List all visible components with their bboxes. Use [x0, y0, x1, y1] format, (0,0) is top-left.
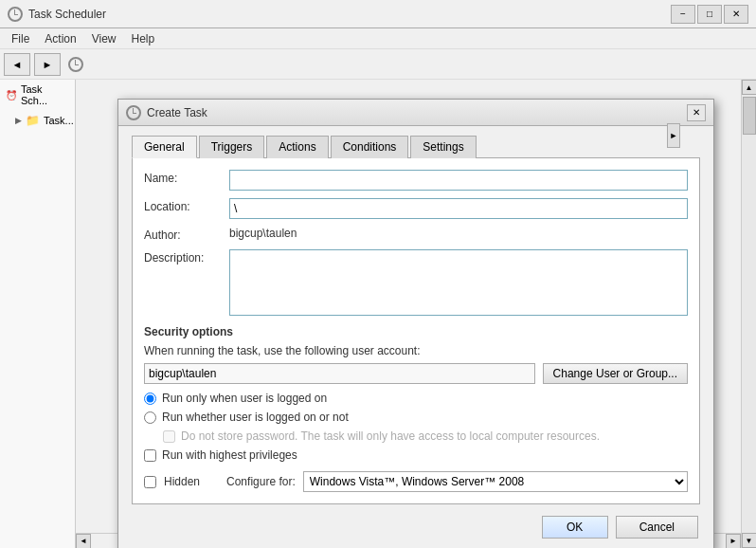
sidebar-item-label: Task Sch...	[21, 83, 69, 106]
ok-button[interactable]: OK	[542, 516, 608, 539]
cancel-button[interactable]: Cancel	[616, 516, 698, 539]
close-button[interactable]: ✕	[724, 5, 748, 24]
minimize-button[interactable]: −	[671, 5, 695, 24]
title-bar: Task Scheduler − □ ✕	[0, 0, 756, 28]
menu-file[interactable]: File	[4, 30, 37, 47]
change-user-button[interactable]: Change User or Group...	[543, 363, 688, 384]
hidden-checkbox[interactable]	[144, 476, 156, 488]
author-label: Author:	[144, 227, 229, 242]
highest-privileges-checkbox[interactable]	[144, 449, 156, 462]
forward-button[interactable]: ►	[34, 53, 61, 76]
sidebar: ⏰ Task Sch... ▶ 📁 Task... ►	[0, 80, 76, 548]
dialog-title-left: Create Task	[126, 105, 207, 120]
user-account-label: When running the task, use the following…	[144, 344, 688, 357]
title-bar-left: Task Scheduler	[8, 7, 106, 22]
highest-privileges-row: Run with highest privileges	[144, 448, 688, 462]
back-button[interactable]: ◄	[4, 53, 30, 76]
radio-logged-on-row: Run only when user is logged on	[144, 392, 688, 405]
no-store-checkbox	[163, 430, 175, 443]
tab-general[interactable]: General	[132, 136, 197, 158]
location-input[interactable]	[229, 198, 688, 219]
radio-whether-logged-label: Run whether user is logged on or not	[162, 411, 349, 424]
content-area: ▲ ▼ ◄ ► Create Task ✕	[76, 80, 756, 548]
app-icon	[8, 7, 23, 22]
dialog-buttons: OK Cancel	[132, 516, 700, 539]
tab-actions[interactable]: Actions	[266, 136, 328, 158]
dialog-close-button[interactable]: ✕	[687, 104, 706, 121]
tab-triggers[interactable]: Triggers	[199, 136, 265, 158]
toolbar: ◄ ►	[0, 49, 756, 80]
configure-label: Configure for:	[226, 475, 296, 488]
create-task-dialog: Create Task ✕ General Triggers Actions C…	[117, 99, 714, 548]
bottom-row: Hidden Configure for: Windows Vista™, Wi…	[144, 471, 688, 492]
author-value: bigcup\taulen	[229, 227, 688, 240]
title-bar-controls: − □ ✕	[671, 5, 748, 24]
location-label: Location:	[144, 198, 229, 213]
description-textarea[interactable]	[229, 249, 688, 316]
name-label: Name:	[144, 170, 229, 185]
dialog-icon	[126, 105, 141, 120]
user-account-input[interactable]	[144, 363, 535, 384]
toolbar-clock-icon	[68, 57, 83, 72]
user-account-row: Change User or Group...	[144, 363, 688, 384]
radio-whether-logged-row: Run whether user is logged on or not	[144, 411, 688, 424]
sidebar-item-taskscheduler[interactable]: ⏰ Task Sch...	[0, 80, 75, 110]
radio-logged-on-label: Run only when user is logged on	[162, 392, 327, 405]
no-store-row: Do not store password. The task will onl…	[163, 429, 688, 443]
menu-view[interactable]: View	[84, 30, 124, 47]
description-label: Description:	[144, 249, 229, 265]
author-row: Author: bigcup\taulen	[144, 227, 688, 242]
tab-bar: General Triggers Actions Conditions Sett…	[132, 136, 700, 158]
sidebar-item-icon: ⏰	[6, 90, 17, 100]
folder-icon: 📁	[26, 114, 40, 127]
configure-select[interactable]: Windows Vista™, Windows Server™ 2008 Win…	[303, 471, 688, 492]
sidebar-item-taskfolder[interactable]: ▶ 📁 Task...	[0, 110, 75, 131]
forward-icon: ►	[43, 59, 53, 70]
main-area: ⏰ Task Sch... ▶ 📁 Task... ► ▲ ▼ ◄ ►	[0, 80, 756, 548]
menu-help[interactable]: Help	[124, 30, 163, 47]
back-icon: ◄	[12, 59, 23, 70]
security-section-title: Security options	[144, 325, 688, 338]
dialog-title: Create Task	[147, 106, 207, 119]
radio-logged-on[interactable]	[144, 393, 156, 405]
description-row: Description:	[144, 249, 688, 316]
app-title: Task Scheduler	[28, 8, 106, 21]
tab-conditions[interactable]: Conditions	[331, 136, 409, 158]
dialog-overlay: Create Task ✕ General Triggers Actions C…	[76, 80, 756, 548]
maximize-button[interactable]: □	[697, 5, 722, 24]
radio-whether-logged[interactable]	[144, 411, 156, 424]
hidden-label: Hidden	[164, 475, 200, 488]
menu-action[interactable]: Action	[37, 30, 83, 47]
tab-content-general: Name: Location: Author: bigcup\taulen	[132, 158, 700, 504]
tree-expand-icon: ▶	[15, 116, 22, 125]
name-row: Name:	[144, 170, 688, 191]
dialog-body: General Triggers Actions Conditions Sett…	[118, 126, 713, 548]
dialog-title-bar: Create Task ✕	[118, 100, 713, 126]
location-row: Location:	[144, 198, 688, 219]
menu-bar: File Action View Help	[0, 28, 756, 49]
no-store-label: Do not store password. The task will onl…	[181, 429, 600, 443]
sidebar-item-task-label: Task...	[44, 115, 74, 126]
name-input[interactable]	[229, 170, 688, 191]
highest-privileges-label: Run with highest privileges	[162, 448, 297, 462]
tab-settings[interactable]: Settings	[410, 136, 476, 158]
